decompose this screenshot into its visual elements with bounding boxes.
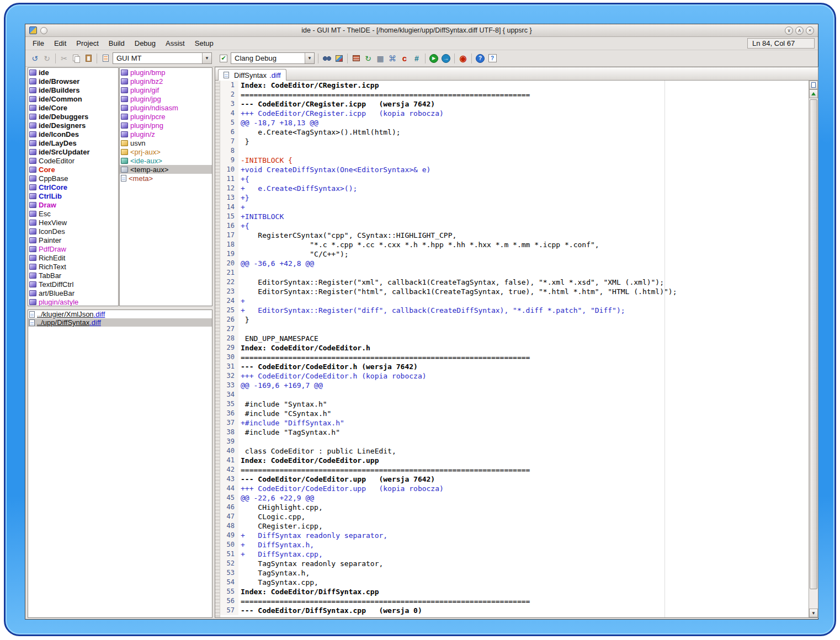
- code-row[interactable]: 28 END_UPP_NAMESPACE: [220, 334, 809, 343]
- edit-designer-icon[interactable]: [99, 52, 111, 65]
- code-row[interactable]: 45 @@ -22,6 +22,9 @@: [220, 493, 809, 503]
- package-list-item[interactable]: RichEdit: [28, 253, 118, 262]
- package-list-item[interactable]: ide/Browser: [28, 77, 118, 86]
- package-list-item[interactable]: Esc: [28, 209, 118, 218]
- code-row[interactable]: 23 EditorSyntax::Register("html", callba…: [220, 287, 809, 296]
- code-row[interactable]: 9 -INITBLOCK {: [220, 156, 809, 165]
- code-row[interactable]: 24 +: [220, 296, 809, 306]
- macro-icon[interactable]: ⌘: [386, 52, 398, 65]
- package-file-item[interactable]: plugin/gif: [120, 86, 212, 94]
- code-row[interactable]: 22 EditorSyntax::Register("xml", callbac…: [220, 278, 809, 287]
- code-row[interactable]: 21: [220, 268, 809, 278]
- code-row[interactable]: 30 =====================================…: [220, 353, 809, 362]
- menu-item[interactable]: File: [28, 38, 49, 49]
- menu-item[interactable]: Edit: [49, 38, 71, 49]
- code-row[interactable]: 34: [220, 390, 809, 399]
- code-row[interactable]: 10 +void CreateDiffSyntax(One<EditorSynt…: [220, 165, 809, 174]
- package-list-item[interactable]: plugin/astyle: [28, 297, 118, 306]
- diff-file-item[interactable]: ../klugier/XmlJson.diff: [28, 310, 212, 318]
- package-list-item[interactable]: CppBase: [28, 174, 118, 183]
- code-row[interactable]: 13 +}: [220, 193, 809, 202]
- package-list-item[interactable]: art/BlueBar: [28, 289, 118, 297]
- package-list-item[interactable]: CtrlCore: [28, 183, 118, 191]
- build-method-select[interactable]: Clang Debug ▼: [231, 52, 315, 64]
- code-row[interactable]: 50 + DiffSyntax.h,: [220, 540, 809, 550]
- package-list-item[interactable]: IconDes: [28, 227, 118, 236]
- window-menu-icon[interactable]: [40, 27, 47, 34]
- debug-run-icon[interactable]: →: [440, 52, 452, 65]
- preprocess-icon[interactable]: #: [411, 52, 423, 65]
- code-row[interactable]: 3 --- CodeEditor/CRegister.icpp (wersja …: [220, 99, 809, 109]
- cut-icon[interactable]: ✂: [58, 52, 70, 65]
- package-list-item[interactable]: PdfDraw: [28, 244, 118, 253]
- code-row[interactable]: 49 + DiffSyntax readonly separator,: [220, 531, 809, 540]
- code-row[interactable]: 56 =====================================…: [220, 596, 809, 606]
- code-row[interactable]: 20 @@ -36,6 +42,8 @@: [220, 259, 809, 268]
- code-row[interactable]: 40 class CodeEditor : public LineEdit,: [220, 446, 809, 456]
- package-file-item[interactable]: usvn: [120, 138, 212, 147]
- code-area[interactable]: 1 Index: CodeEditor/CRegister.icpp 2 ===…: [220, 81, 809, 617]
- package-list-item[interactable]: TextDiffCtrl: [28, 280, 118, 289]
- rebuild-icon[interactable]: ↻: [362, 52, 374, 65]
- code-row[interactable]: 2 ======================================…: [220, 90, 809, 99]
- code-row[interactable]: 1 Index: CodeEditor/CRegister.icpp: [220, 81, 809, 90]
- package-list-item[interactable]: Painter: [28, 236, 118, 244]
- package-file-item[interactable]: plugin/ndisasm: [120, 103, 212, 112]
- code-row[interactable]: 7 }: [220, 137, 809, 146]
- code-row[interactable]: 18 "*.c *.cpp *.cc *.cxx *.h *.hpp *.hh …: [220, 240, 809, 249]
- package-list-item[interactable]: ide/SrcUpdater: [28, 147, 118, 156]
- package-file-item[interactable]: plugin/bmp: [120, 68, 212, 77]
- menu-item[interactable]: Assist: [161, 38, 190, 49]
- tab-diffsyntax-diff[interactable]: DiffSyntax.diff: [218, 69, 286, 81]
- build-icon[interactable]: [350, 52, 362, 65]
- package-file-item[interactable]: <meta>: [120, 174, 212, 183]
- scrollbar-track[interactable]: [809, 98, 818, 609]
- chevron-down-icon[interactable]: ▼: [305, 53, 314, 63]
- menu-item[interactable]: Project: [71, 38, 103, 49]
- code-row[interactable]: 57 --- CodeEditor/DiffSyntax.cpp (wersja…: [220, 606, 809, 615]
- redo-icon[interactable]: ↻: [41, 52, 53, 65]
- package-list-item[interactable]: Core: [28, 165, 118, 174]
- code-row[interactable]: 11 +{: [220, 174, 809, 184]
- context-help-icon[interactable]: ?: [486, 52, 498, 65]
- code-row[interactable]: 55 Index: CodeEditor/DiffSyntax.cpp: [220, 587, 809, 596]
- package-file-item[interactable]: plugin/png: [120, 121, 212, 130]
- code-row[interactable]: 12 + e.Create<DiffSyntax>();: [220, 184, 809, 193]
- code-row[interactable]: 32 +++ CodeEditor/CodeEditor.h (kopia ro…: [220, 371, 809, 381]
- close-button[interactable]: ×: [806, 26, 814, 35]
- code-row[interactable]: 33 @@ -169,6 +169,7 @@: [220, 381, 809, 390]
- package-list-item[interactable]: CtrlLib: [28, 191, 118, 200]
- code-row[interactable]: 37 +#include "DiffSyntax.h": [220, 418, 809, 428]
- package-list-item[interactable]: HexView: [28, 218, 118, 227]
- code-row[interactable]: 25 + EditorSyntax::Register("diff", call…: [220, 306, 809, 315]
- code-row[interactable]: 42 =====================================…: [220, 465, 809, 474]
- breakpoint-gutter[interactable]: [215, 81, 220, 617]
- chevron-down-icon[interactable]: ▼: [202, 53, 211, 63]
- code-row[interactable]: 54 TagSyntax.cpp,: [220, 578, 809, 587]
- code-row[interactable]: 46 CHighlight.cpp,: [220, 503, 809, 512]
- code-row[interactable]: 5 @@ -18,7 +18,13 @@: [220, 118, 809, 127]
- package-file-item[interactable]: plugin/bz2: [120, 77, 212, 86]
- code-row[interactable]: 15 +INITBLOCK: [220, 212, 809, 221]
- code-row[interactable]: 19 "C/C++");: [220, 249, 809, 259]
- code-row[interactable]: 36 #include "CSyntax.h": [220, 409, 809, 418]
- diff-file-item[interactable]: ../upp/DiffSyntax.diff: [28, 318, 212, 327]
- package-file-item[interactable]: <ide-aux>: [120, 156, 212, 165]
- package-list-item[interactable]: ide/Builders: [28, 86, 118, 94]
- code-row[interactable]: 17 RegisterCSyntax("cpp", CSyntax::HIGHL…: [220, 231, 809, 240]
- package-list-item[interactable]: ide/Debuggers: [28, 112, 118, 121]
- export-package-icon[interactable]: [333, 52, 345, 65]
- code-row[interactable]: 38 #include "TagSyntax.h": [220, 428, 809, 437]
- find-in-files-icon[interactable]: [321, 52, 333, 65]
- package-file-item[interactable]: <prj-aux>: [120, 147, 212, 156]
- run-icon[interactable]: ▶: [428, 52, 440, 65]
- package-list-item[interactable]: RichText: [28, 262, 118, 271]
- code-row[interactable]: 26 }: [220, 315, 809, 324]
- build-method-checkbox[interactable]: ✔: [220, 55, 227, 62]
- settings-icon[interactable]: ◉: [457, 52, 469, 65]
- menu-item[interactable]: Setup: [190, 38, 219, 49]
- code-row[interactable]: 35 #include "Syntax.h": [220, 399, 809, 409]
- package-list-item[interactable]: ide/IconDes: [28, 130, 118, 138]
- code-row[interactable]: 29 Index: CodeEditor/CodeEditor.h: [220, 343, 809, 353]
- help-icon[interactable]: ?: [474, 52, 486, 65]
